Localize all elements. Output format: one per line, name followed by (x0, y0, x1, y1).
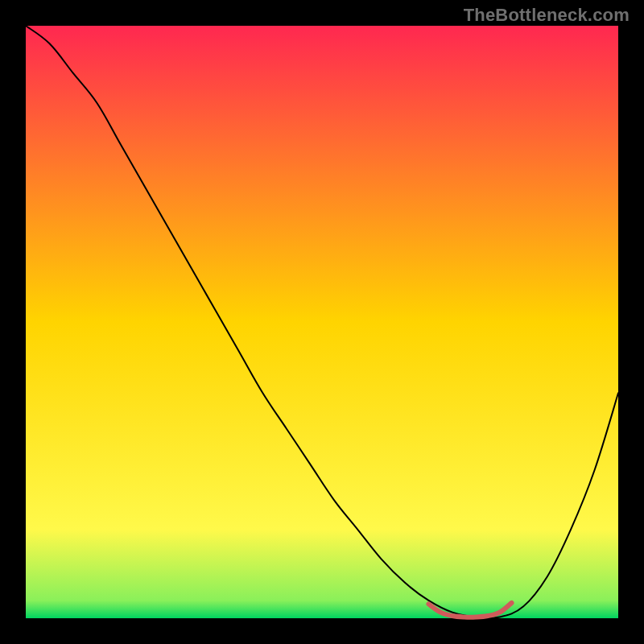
plot-background (26, 26, 618, 618)
chart-frame: TheBottleneck.com (0, 0, 644, 644)
watermark-text: TheBottleneck.com (464, 5, 630, 26)
bottleneck-plot (0, 0, 644, 644)
